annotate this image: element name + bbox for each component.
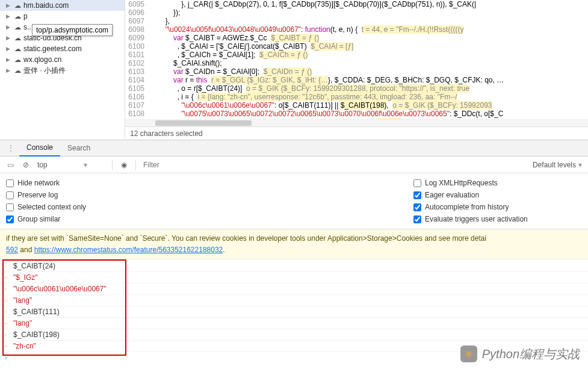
- line-numbers: 6095609660976098609961006101610261036104…: [125, 0, 149, 119]
- cloud-icon: ☁: [14, 67, 21, 75]
- cloud-icon: ☁: [14, 45, 21, 53]
- console-row[interactable]: ›$_CAIBT(198): [0, 329, 588, 341]
- warn-link[interactable]: https://www.chromestatus.com/feature/563…: [34, 246, 223, 254]
- console-row[interactable]: ›$_CAIBT(111): [0, 306, 588, 318]
- cloud-icon: ☁: [14, 34, 21, 42]
- checkbox[interactable]: [413, 191, 421, 199]
- warn-link[interactable]: 592: [6, 246, 18, 254]
- checkbox[interactable]: [6, 215, 14, 223]
- option-eager-evaluation[interactable]: Eager evaluation: [413, 189, 582, 201]
- console-settings: Hide networkPreserve logSelected context…: [0, 173, 588, 229]
- editor-status: 12 characters selected: [125, 126, 588, 140]
- option-autocomplete-from-history[interactable]: Autocomplete from history: [413, 201, 582, 213]
- scroll-thumb[interactable]: [155, 120, 252, 126]
- drawer-tabs: ⋮ Console Search: [0, 140, 588, 156]
- option-group-similar[interactable]: Group similar: [6, 213, 413, 225]
- divider: [135, 160, 136, 170]
- option-log-xmlhttprequests[interactable]: Log XMLHttpRequests: [413, 177, 582, 189]
- console-warning: if they are set with `SameSite=None` and…: [0, 229, 588, 259]
- option-preserve-log[interactable]: Preserve log: [6, 189, 413, 201]
- console-row[interactable]: ‹·"lang": [0, 318, 588, 329]
- console-row[interactable]: ›"\u006c\u0061\u006e\u0067": [0, 284, 588, 295]
- watermark-icon: 🔆: [460, 345, 477, 362]
- code-lines[interactable]: }, j_CAR(| $_CADbp(27), 0, 1, f[$_CADbp(…: [149, 0, 588, 119]
- input-marker-icon: ›: [5, 263, 13, 269]
- arrow-icon: ▶: [6, 24, 12, 30]
- checkbox[interactable]: [413, 215, 421, 223]
- output-marker-icon: ‹·: [5, 297, 13, 303]
- checkbox[interactable]: [413, 203, 421, 211]
- source-tree: ▶☁hm.baidu.com ▶☁p ▶☁s... ▶☁static-ud.ud…: [0, 0, 125, 140]
- arrow-icon: ▶: [6, 67, 12, 73]
- context-select[interactable]: top: [35, 160, 107, 170]
- arrow-icon: ▶: [6, 2, 12, 8]
- checkbox[interactable]: [6, 191, 14, 199]
- tree-item[interactable]: ▶☁wx.qlogo.cn: [0, 54, 125, 65]
- tree-item[interactable]: ▶☁壹伴 · 小插件: [0, 65, 125, 76]
- checkbox[interactable]: [413, 179, 421, 187]
- tree-item[interactable]: ▶☁hm.baidu.com: [0, 0, 125, 11]
- input-marker-icon: ›: [5, 286, 13, 292]
- checkbox[interactable]: [6, 203, 14, 211]
- output-marker-icon: ‹·: [5, 320, 13, 326]
- option-hide-network[interactable]: Hide network: [6, 177, 413, 189]
- input-marker-icon: ›: [5, 309, 13, 315]
- input-marker-icon: ›: [5, 332, 13, 338]
- option-selected-context-only[interactable]: Selected context only: [6, 201, 413, 213]
- tab-console[interactable]: Console: [19, 140, 60, 156]
- console-toolbar: ▭ ⊘ top ◉ Default levels: [0, 156, 588, 173]
- output-marker-icon: ‹·: [5, 343, 13, 349]
- cloud-icon: ☁: [14, 23, 21, 31]
- arrow-icon: ▶: [6, 57, 12, 63]
- live-expr-icon[interactable]: ◉: [117, 158, 131, 172]
- sidebar-toggle-icon[interactable]: ▭: [4, 158, 17, 172]
- cloud-icon: ☁: [14, 13, 21, 20]
- arrow-icon: ▶: [6, 35, 12, 41]
- log-levels-select[interactable]: Default levels: [530, 158, 584, 172]
- watermark: 🔆 Python编程与实战: [460, 345, 580, 362]
- filter-input[interactable]: [141, 158, 528, 172]
- checkbox[interactable]: [6, 179, 14, 187]
- clear-console-icon[interactable]: ⊘: [19, 158, 32, 172]
- cloud-icon: ☁: [14, 56, 21, 64]
- arrow-icon: ▶: [6, 46, 12, 52]
- drawer-menu-icon[interactable]: ⋮: [2, 144, 19, 152]
- tree-item[interactable]: ▶☁p: [0, 11, 125, 22]
- tooltip: top/p.adsymptotic.com: [32, 24, 113, 36]
- option-evaluate-triggers-user-activation[interactable]: Evaluate triggers user activation: [413, 213, 582, 225]
- arrow-icon: ▶: [6, 13, 12, 19]
- tab-search[interactable]: Search: [60, 140, 97, 156]
- code-editor[interactable]: 6095609660976098609961006101610261036104…: [125, 0, 588, 140]
- console-row[interactable]: ‹·"lang": [0, 295, 588, 306]
- output-marker-icon: ‹·: [5, 274, 13, 280]
- console-row[interactable]: ›$_CAIBT(24): [0, 261, 588, 272]
- console-row[interactable]: ‹·"$_IGz": [0, 272, 588, 284]
- tree-item[interactable]: ▶☁static.geetest.com: [0, 43, 125, 54]
- divider: [112, 160, 113, 170]
- cloud-icon: ☁: [14, 2, 21, 10]
- scrollbar-h[interactable]: [125, 119, 588, 126]
